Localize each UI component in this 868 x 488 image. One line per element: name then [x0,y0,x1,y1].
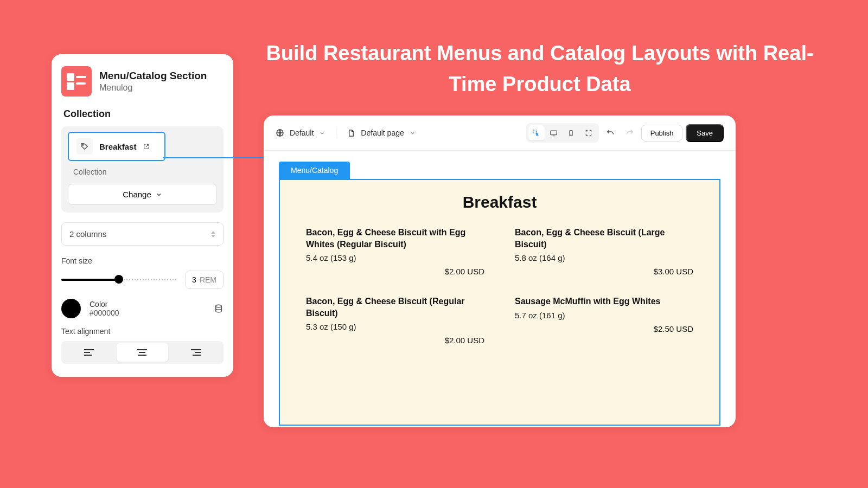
columns-label: 2 columns [69,229,106,239]
globe-icon [276,129,284,137]
redo-button[interactable] [622,125,638,140]
change-button[interactable]: Change [68,184,217,205]
theme-label: Default [290,129,314,137]
section-tab[interactable]: Menu/Catalog [279,162,350,179]
columns-stepper[interactable]: 2 columns [61,222,224,246]
panel-title: Menu/Catalog Section [99,70,207,82]
item-name: Bacon, Egg & Cheese Biscuit (Large Biscu… [515,227,693,250]
alignment-segment [61,341,224,364]
font-size-input[interactable]: 3 REM [185,271,224,289]
collection-chip-label: Breakfast [99,142,136,151]
preview-toolbar: Default Default page [264,115,736,151]
item-size: 5.8 oz (164 g) [515,253,693,262]
item-price: $2.00 USD [306,336,484,345]
item-size: 5.3 oz (150 g) [306,322,484,331]
database-icon[interactable] [214,304,224,313]
menu-item: Bacon, Egg & Cheese Biscuit (Regular Bis… [306,296,484,345]
item-price: $3.00 USD [515,267,693,276]
font-size-value: 3 [192,275,196,284]
undo-button[interactable] [602,125,618,140]
connector-line [163,157,280,158]
item-price: $2.00 USD [306,267,484,276]
chevron-down-icon [319,130,325,136]
svg-point-16 [571,134,571,135]
panel-header: Menu/Catalog Section Menulog [61,66,224,97]
stepper-arrows[interactable] [211,231,215,237]
page-icon [347,129,355,137]
theme-selector[interactable]: Default [276,129,325,137]
align-left-button[interactable] [63,343,114,362]
item-size: 5.4 oz (153 g) [306,253,484,262]
device-fullscreen-button[interactable] [580,125,597,140]
page-label: Default page [361,129,404,137]
external-link-icon [143,143,150,150]
device-inspector-button[interactable] [528,125,545,140]
item-name: Sausage McMuffin with Egg Whites [515,296,693,307]
font-size-label: Font size [61,256,224,265]
svg-point-1 [216,305,222,307]
font-size-slider[interactable] [61,278,177,281]
text-align-label: Text alignment [61,327,224,336]
color-label: Color [90,300,119,309]
separator [336,127,336,138]
tag-icon [76,138,93,155]
menu-item: Bacon, Egg & Cheese Biscuit (Large Biscu… [515,227,693,276]
svg-rect-12 [533,130,537,133]
save-button[interactable]: Save [686,124,724,142]
menu-canvas[interactable]: Breakfast Bacon, Egg & Cheese Biscuit wi… [279,179,720,426]
marketing-headline: Build Restaurant Menus and Catalog Layou… [266,38,814,100]
align-center-button[interactable] [117,343,168,362]
font-size-unit: REM [200,275,216,284]
menu-item: Bacon, Egg & Cheese Biscuit with Egg Whi… [306,227,484,276]
item-price: $2.50 USD [515,324,693,333]
menu-title: Breakfast [306,193,693,211]
menu-item: Sausage McMuffin with Egg Whites 5.7 oz … [515,296,693,345]
publish-button[interactable]: Publish [641,125,683,142]
item-name: Bacon, Egg & Cheese Biscuit with Egg Whi… [306,227,484,250]
preview-panel: Default Default page [264,115,736,427]
section-icon [61,66,92,97]
color-swatch[interactable] [61,299,81,318]
settings-panel: Menu/Catalog Section Menulog Collection … [52,54,233,377]
menu-grid: Bacon, Egg & Cheese Biscuit with Egg Whi… [306,227,693,345]
change-button-label: Change [123,190,151,199]
svg-point-0 [82,144,84,145]
device-mobile-button[interactable] [563,125,579,140]
color-row[interactable]: Color #000000 [61,299,224,318]
device-switcher [526,123,599,143]
collection-sublabel: Collection [68,168,217,176]
align-right-button[interactable] [170,343,221,362]
collection-chip[interactable]: Breakfast [68,132,165,161]
panel-subtitle: Menulog [99,83,207,93]
color-value: #000000 [90,309,119,317]
chevron-down-icon [156,191,162,198]
page-selector[interactable]: Default page [347,129,415,137]
collection-block: Breakfast Collection Change [61,126,224,213]
collection-section-label: Collection [63,108,224,120]
device-desktop-button[interactable] [546,125,562,140]
svg-rect-13 [551,131,557,135]
item-size: 5.7 oz (161 g) [515,311,693,320]
item-name: Bacon, Egg & Cheese Biscuit (Regular Bis… [306,296,484,319]
chevron-down-icon [410,130,416,136]
